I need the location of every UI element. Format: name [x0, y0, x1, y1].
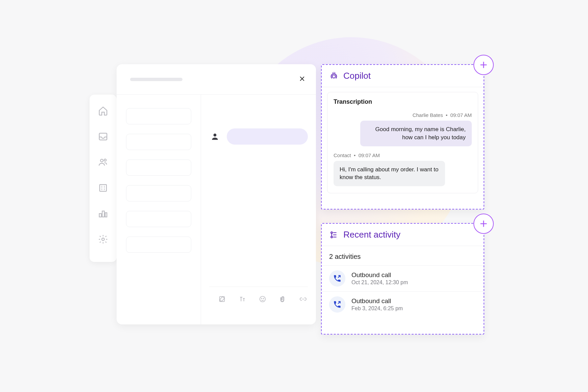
add-activity-button[interactable] — [473, 214, 494, 234]
link-icon — [299, 295, 307, 303]
transcription-card: Transcription Charlie Bates • 09:07 AM G… — [327, 92, 478, 193]
recent-activity-panel: Recent activity 2 activities Outbound ca… — [321, 223, 484, 335]
close-button[interactable] — [298, 74, 307, 83]
nav-reports[interactable] — [97, 207, 109, 220]
nav-home[interactable] — [97, 105, 109, 117]
edit-square-icon — [218, 295, 226, 303]
copilot-header: Copilot — [322, 65, 484, 87]
copilot-icon — [329, 71, 339, 81]
svg-rect-3 — [100, 185, 106, 191]
sidebar-nav — [90, 95, 117, 262]
field-placeholder[interactable] — [126, 211, 191, 227]
text-format-button[interactable] — [238, 294, 247, 304]
svg-point-8 — [214, 133, 217, 137]
svg-rect-0 — [99, 133, 107, 140]
compose-toolbar — [209, 287, 308, 311]
activity-item-subtitle: Feb 3, 2024, 6:25 pm — [351, 305, 403, 312]
activity-row[interactable]: Outbound call Oct 21, 2024, 12:30 pm — [322, 265, 484, 291]
bar-chart-icon — [98, 209, 108, 219]
field-placeholder[interactable] — [126, 134, 191, 150]
link-button[interactable] — [298, 294, 308, 304]
field-placeholder[interactable] — [126, 108, 191, 124]
activity-list: Outbound call Oct 21, 2024, 12:30 pm Out… — [322, 265, 484, 317]
people-icon — [98, 157, 108, 167]
svg-point-15 — [331, 236, 333, 238]
activity-title: Recent activity — [343, 229, 400, 240]
emoji-button[interactable] — [258, 294, 267, 304]
svg-point-2 — [104, 159, 106, 161]
svg-point-12 — [263, 298, 264, 298]
outbound-call-icon — [329, 296, 345, 313]
svg-point-10 — [260, 296, 266, 302]
contact-pill-placeholder — [227, 128, 308, 145]
emoji-icon — [259, 295, 266, 303]
main-header — [117, 64, 316, 95]
plus-icon — [479, 219, 488, 228]
person-icon — [209, 131, 221, 142]
activity-header: Recent activity — [322, 224, 484, 246]
paperclip-icon — [279, 295, 286, 303]
nav-companies[interactable] — [97, 182, 109, 194]
home-icon — [98, 106, 108, 116]
text-icon — [239, 295, 246, 303]
transcript-message-contact: Contact • 09:07 AM Hi, I'm calling about… — [334, 152, 472, 187]
contact-row — [209, 128, 308, 145]
transcript-message-agent: Charlie Bates • 09:07 AM Good morning, m… — [334, 112, 472, 146]
building-icon — [98, 183, 108, 193]
inbox-icon — [98, 131, 108, 142]
gear-icon — [98, 234, 108, 244]
attachment-button[interactable] — [278, 294, 288, 304]
conversation-column — [201, 95, 316, 324]
compose-note-button[interactable] — [217, 294, 227, 304]
add-copilot-button[interactable] — [473, 55, 494, 75]
svg-rect-6 — [105, 213, 107, 217]
nav-contacts[interactable] — [97, 156, 109, 168]
outbound-call-icon — [329, 270, 345, 287]
copilot-title: Copilot — [343, 71, 371, 81]
message-author: Contact — [334, 152, 351, 158]
nav-settings[interactable] — [97, 233, 109, 245]
main-body — [117, 95, 316, 324]
svg-rect-4 — [99, 214, 101, 217]
title-placeholder — [130, 78, 182, 81]
message-time: 09:07 AM — [359, 152, 380, 158]
svg-point-7 — [102, 238, 104, 241]
svg-point-1 — [100, 159, 103, 162]
field-placeholder[interactable] — [126, 185, 191, 201]
activity-row[interactable]: Outbound call Feb 3, 2024, 6:25 pm — [322, 291, 484, 317]
message-meta: Contact • 09:07 AM — [334, 152, 380, 158]
message-time: 09:07 AM — [450, 112, 472, 118]
main-panel — [117, 64, 316, 324]
timeline-icon — [329, 230, 339, 240]
transcription-label: Transcription — [334, 98, 472, 105]
close-icon — [299, 75, 305, 82]
message-meta: Charlie Bates • 09:07 AM — [413, 112, 472, 118]
svg-point-13 — [332, 75, 335, 78]
activity-count: 2 activities — [322, 246, 484, 265]
message-bubble: Good morning, my name is Charlie, how ca… — [360, 121, 472, 146]
field-placeholder[interactable] — [126, 237, 191, 253]
nav-inbox[interactable] — [97, 130, 109, 143]
activity-texts: Outbound call Feb 3, 2024, 6:25 pm — [351, 297, 403, 312]
field-placeholder[interactable] — [126, 160, 191, 176]
message-bubble: Hi, I'm calling about my order. I want t… — [334, 161, 445, 187]
message-author: Charlie Bates — [413, 112, 443, 118]
activity-item-title: Outbound call — [351, 297, 403, 305]
activity-item-subtitle: Oct 21, 2024, 12:30 pm — [351, 279, 408, 286]
svg-point-11 — [262, 298, 262, 298]
activity-item-title: Outbound call — [351, 271, 408, 279]
form-column — [117, 95, 201, 324]
copilot-panel: Copilot Transcription Charlie Bates • 09… — [321, 64, 484, 210]
plus-icon — [479, 60, 488, 70]
svg-point-14 — [331, 232, 333, 234]
activity-texts: Outbound call Oct 21, 2024, 12:30 pm — [351, 271, 408, 286]
svg-rect-5 — [102, 211, 104, 217]
